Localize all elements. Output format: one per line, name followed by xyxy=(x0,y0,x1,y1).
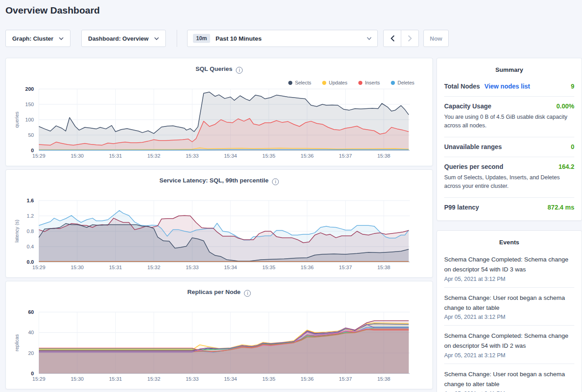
event-text: Schema Change: User root began a schema … xyxy=(444,293,574,313)
info-icon[interactable] xyxy=(272,178,279,185)
event-text: Schema Change: User root began a schema … xyxy=(444,369,574,389)
svg-text:15:38: 15:38 xyxy=(377,376,390,382)
svg-text:60: 60 xyxy=(28,309,34,315)
page-title: Overview Dashboard xyxy=(5,5,100,16)
svg-text:0: 0 xyxy=(31,371,34,376)
svg-text:15:31: 15:31 xyxy=(109,265,122,270)
svg-text:15:37: 15:37 xyxy=(339,376,352,382)
chart-header: Service Latency: SQL, 99th percentile xyxy=(6,176,432,185)
svg-text:15:30: 15:30 xyxy=(70,265,84,270)
svg-text:50: 50 xyxy=(28,132,34,138)
info-icon[interactable] xyxy=(236,67,243,74)
summary-panel: Summary Total Nodes View nodes list 9 Ca… xyxy=(436,58,582,221)
chevron-down-icon xyxy=(59,35,64,42)
events-panel: Events Schema Change Completed: Schema c… xyxy=(436,230,582,392)
svg-text:15:29: 15:29 xyxy=(33,265,46,270)
svg-text:15:33: 15:33 xyxy=(186,265,199,270)
queries-per-second-label: Queries per second xyxy=(444,163,503,170)
overview-dashboard-page: Overview Dashboard Graph: Cluster Dashbo… xyxy=(0,0,582,392)
svg-text:15:36: 15:36 xyxy=(300,265,314,270)
svg-text:15:36: 15:36 xyxy=(300,153,314,159)
svg-text:15:36: 15:36 xyxy=(300,376,314,382)
event-list-item: Schema Change: User root began a schema … xyxy=(444,287,574,326)
dashboard-selector-label: Dashboard: Overview xyxy=(88,35,149,42)
controls-divider xyxy=(177,30,177,47)
svg-text:15:29: 15:29 xyxy=(33,376,46,382)
svg-text:15:29: 15:29 xyxy=(33,153,46,159)
svg-text:15:32: 15:32 xyxy=(147,265,160,270)
svg-text:15:34: 15:34 xyxy=(224,265,237,270)
replicas-per-node-chart-card: Replicas per Node replicas 020406015:291… xyxy=(5,281,433,389)
svg-text:150: 150 xyxy=(25,102,34,107)
svg-text:15:33: 15:33 xyxy=(186,153,199,159)
total-nodes-value: 9 xyxy=(571,83,574,90)
svg-text:15:32: 15:32 xyxy=(147,153,160,159)
svg-text:100: 100 xyxy=(25,117,34,122)
chart-title: Service Latency: SQL, 99th percentile xyxy=(160,177,269,184)
svg-text:15:33: 15:33 xyxy=(186,376,199,382)
svg-text:15:31: 15:31 xyxy=(109,153,122,159)
time-range-label: Past 10 Minutes xyxy=(216,35,366,42)
summary-row-total-nodes: Total Nodes View nodes list 9 xyxy=(444,77,574,96)
svg-text:40: 40 xyxy=(28,330,34,335)
svg-text:200: 200 xyxy=(25,86,34,92)
dashboard-selector-dropdown[interactable]: Dashboard: Overview xyxy=(81,30,166,47)
summary-row-unavailable-ranges: Unavailable ranges 0 xyxy=(444,137,574,157)
time-range-selector[interactable]: 10m Past 10 Minutes xyxy=(187,30,378,47)
event-list-item: Schema Change Completed: Schema change o… xyxy=(444,249,574,287)
summary-title: Summary xyxy=(437,58,582,77)
event-timestamp: Apr 05, 2021 at 3:12 PM xyxy=(444,314,574,320)
svg-text:15:30: 15:30 xyxy=(70,376,84,382)
time-range-badge: 10m xyxy=(193,34,210,43)
replicas-per-node-plot[interactable]: 020406015:2915:3015:3115:3215:3315:3415:… xyxy=(6,307,432,386)
chart-title: Replicas per Node xyxy=(188,289,241,295)
p99-latency-value: 872.4 ms xyxy=(548,204,574,211)
svg-text:15:35: 15:35 xyxy=(263,265,276,270)
queries-per-second-description: Sum of Selects, Updates, Inserts, and De… xyxy=(444,173,574,191)
total-nodes-label: Total Nodes xyxy=(444,83,480,90)
svg-text:15:35: 15:35 xyxy=(263,153,276,159)
svg-text:15:37: 15:37 xyxy=(339,265,352,270)
view-nodes-list-link[interactable]: View nodes list xyxy=(484,83,530,90)
svg-text:15:38: 15:38 xyxy=(377,265,390,270)
summary-row-capacity: Capacity Usage 0.00% You are using 0 B o… xyxy=(444,96,574,137)
unavailable-ranges-value: 0 xyxy=(571,143,574,150)
svg-text:15:31: 15:31 xyxy=(109,376,122,382)
info-icon[interactable] xyxy=(244,290,251,297)
svg-text:20: 20 xyxy=(28,350,34,356)
queries-per-second-value: 164.2 xyxy=(559,163,574,170)
svg-text:15:32: 15:32 xyxy=(147,376,160,382)
summary-row-p99-latency: P99 latency 872.4 ms xyxy=(444,197,574,217)
svg-text:1.6: 1.6 xyxy=(27,198,34,203)
previous-time-button[interactable] xyxy=(383,30,401,47)
event-text: Schema Change Completed: Schema change o… xyxy=(444,331,574,351)
svg-text:0.8: 0.8 xyxy=(27,229,34,234)
capacity-usage-description: You are using 0 B of 4.5 GiB usable disk… xyxy=(444,113,574,131)
svg-text:15:37: 15:37 xyxy=(339,153,352,159)
svg-text:0.4: 0.4 xyxy=(27,244,34,249)
svg-text:15:34: 15:34 xyxy=(224,376,237,382)
capacity-usage-label: Capacity Usage xyxy=(444,103,491,110)
graph-selector-dropdown[interactable]: Graph: Cluster xyxy=(5,30,70,47)
event-list-item: Schema Change: User root began a schema … xyxy=(444,364,574,392)
svg-text:1.2: 1.2 xyxy=(27,213,34,219)
next-time-button[interactable] xyxy=(401,30,419,47)
event-list-item: Schema Change Completed: Schema change o… xyxy=(444,325,574,364)
chevron-down-icon xyxy=(154,35,159,42)
graph-selector-label: Graph: Cluster xyxy=(12,35,53,42)
chevron-down-icon xyxy=(366,34,372,42)
events-title: Events xyxy=(437,231,582,249)
time-step-buttons xyxy=(383,30,419,47)
service-latency-chart-card: Service Latency: SQL, 99th percentile la… xyxy=(5,169,433,278)
capacity-usage-value: 0.00% xyxy=(556,103,574,110)
now-button[interactable]: Now xyxy=(423,30,449,47)
dashboard-controls: Graph: Cluster Dashboard: Overview 10m P… xyxy=(5,30,449,47)
sql-queries-plot[interactable]: 05010015020015:2915:3015:3115:3215:3315:… xyxy=(6,84,432,163)
sql-queries-chart-card: SQL Queries SelectsUpdatesInsertsDeletes… xyxy=(5,58,433,166)
svg-text:15:30: 15:30 xyxy=(70,153,84,159)
chart-title: SQL Queries xyxy=(196,65,233,72)
service-latency-plot[interactable]: 0.00.40.81.21.615:2915:3015:3115:3215:33… xyxy=(6,195,432,275)
chart-header: SQL Queries xyxy=(6,65,432,74)
event-text: Schema Change Completed: Schema change o… xyxy=(444,255,574,275)
event-timestamp: Apr 05, 2021 at 3:12 PM xyxy=(444,352,574,359)
